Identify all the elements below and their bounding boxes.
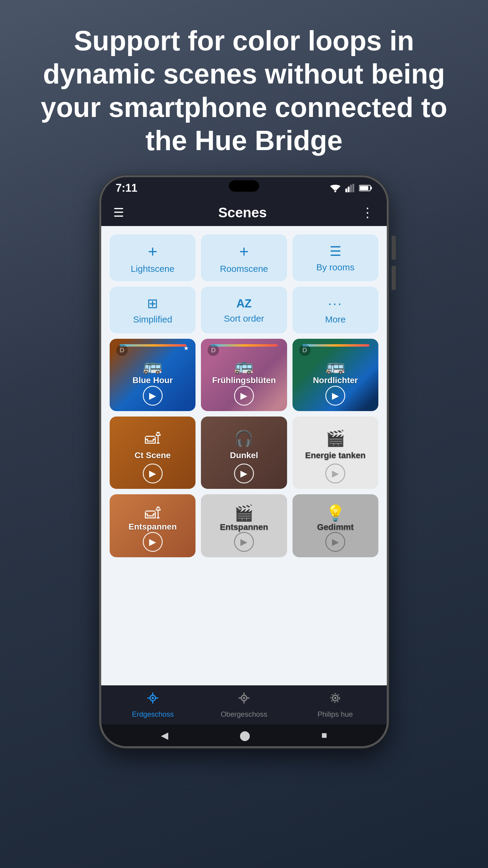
scene-energie[interactable]: 🎬 Energie tanken ▶ — [293, 416, 378, 489]
nav-philips-hue[interactable]: Philips hue — [290, 691, 381, 718]
signal-icon — [345, 184, 355, 192]
play-btn-fruehlings[interactable]: ▶ — [234, 386, 254, 406]
scene-bar-fruehlings — [211, 344, 278, 347]
system-nav-bar: ◀ ⬤ ■ — [101, 724, 387, 746]
svg-point-0 — [334, 190, 336, 192]
sort-order-tile[interactable]: AZ Sort order — [201, 287, 287, 333]
more-tile[interactable]: ··· More — [293, 287, 378, 333]
svg-rect-4 — [352, 184, 354, 192]
scene-icon-fruehlings: 🚌 — [234, 356, 254, 375]
scene-name-blue-hour: Blue Hour — [133, 375, 173, 385]
obergeschoss-icon — [237, 691, 251, 708]
app-bar: ☰ Scenes ⋮ — [101, 199, 387, 226]
status-bar: 7:11 — [101, 177, 387, 199]
scene-blue-hour[interactable]: D ★ 🚌 Blue Hour ▶ — [110, 339, 195, 411]
scene-name-gedimmt: Gedimmt — [317, 522, 354, 532]
bottom-nav: Erdgeschoss Obergeschoss Philips hue — [101, 685, 387, 724]
svg-rect-1 — [345, 188, 347, 192]
scene-name-dunkel: Dunkel — [230, 451, 258, 460]
nav-erdgeschoss[interactable]: Erdgeschoss — [107, 691, 198, 718]
scene-name-entspannen-gray: Entspannen — [220, 522, 268, 532]
scene-row-3: 🛋 Entspannen ▶ 🎬 Entspannen ▶ 💡 Gedimmt … — [110, 494, 378, 557]
overflow-menu-icon[interactable]: ⋮ — [361, 205, 375, 220]
scene-name-entspannen-warm: Entspannen — [129, 522, 177, 532]
home-button[interactable]: ⬤ — [239, 730, 250, 741]
scene-name-nordlichter: Nordlichter — [313, 375, 358, 385]
dynamic-badge-fruehlings: D — [207, 344, 219, 356]
philips-hue-label: Philips hue — [318, 710, 353, 718]
scene-bar-nordlichter — [302, 344, 369, 347]
scene-icon-dunkel: 🎧 — [234, 429, 254, 447]
add-lightscene-tile[interactable]: + Lightscene — [110, 235, 195, 281]
back-button[interactable]: ◀ — [161, 730, 168, 741]
scene-icon-entspannen-gray: 🎬 — [234, 504, 254, 522]
obergeschoss-label: Obergeschoss — [221, 710, 267, 718]
scene-name-ct: Ct Scene — [135, 451, 171, 460]
scene-dunkel[interactable]: 🎧 Dunkel ▶ — [201, 416, 287, 489]
volume-down-button[interactable] — [392, 266, 396, 290]
scene-row-1: D ★ 🚌 Blue Hour ▶ D 🚌 Frühlingsblüten ▶ — [110, 339, 378, 411]
nav-obergeschoss[interactable]: Obergeschoss — [198, 691, 290, 718]
sort-order-icon: AZ — [236, 298, 252, 309]
scene-name-energie: Energie tanken — [305, 451, 366, 460]
erdgeschoss-label: Erdgeschoss — [132, 710, 174, 718]
play-btn-entspannen-warm[interactable]: ▶ — [143, 532, 163, 552]
battery-icon — [359, 184, 372, 192]
scene-entspannen-gray[interactable]: 🎬 Entspannen ▶ — [201, 494, 287, 557]
play-btn-energie[interactable]: ▶ — [325, 464, 345, 484]
by-rooms-tile[interactable]: ☰ By rooms — [293, 235, 378, 281]
svg-point-21 — [334, 697, 336, 699]
simplified-label: Simplified — [133, 314, 172, 324]
svg-rect-2 — [348, 187, 350, 192]
wifi-icon — [330, 184, 341, 192]
hamburger-icon[interactable]: ☰ — [113, 206, 124, 219]
scene-icon-entspannen-warm: 🛋 — [145, 504, 161, 522]
phone-shell: 7:11 — [99, 176, 389, 748]
scene-icon-energie: 🎬 — [326, 429, 345, 447]
scene-name-fruehlings: Frühlingsblüten — [212, 375, 276, 385]
play-btn-dunkel[interactable]: ▶ — [234, 464, 254, 484]
add-roomscene-tile[interactable]: + Roomscene — [201, 235, 287, 281]
play-btn-gedimmt[interactable]: ▶ — [325, 532, 345, 552]
simplified-icon: ⊞ — [147, 297, 158, 310]
recents-button[interactable]: ■ — [321, 730, 327, 741]
headline: Support for color loops in dynamic scene… — [0, 0, 488, 176]
add-lightscene-label: Lightscene — [131, 264, 174, 274]
svg-rect-7 — [360, 186, 368, 190]
scene-nordlichter[interactable]: D 🚌 Nordlichter ▶ — [293, 339, 378, 411]
status-time: 7:11 — [116, 182, 137, 194]
option-tiles-row: ⊞ Simplified AZ Sort order ··· More — [110, 287, 378, 333]
dynamic-badge-nordlichter: D — [299, 344, 311, 356]
content-area: + Lightscene + Roomscene ☰ By rooms ⊞ Si… — [101, 226, 387, 685]
sort-order-label: Sort order — [224, 313, 264, 324]
svg-rect-3 — [350, 185, 352, 192]
play-btn-entspannen-gray[interactable]: ▶ — [234, 532, 254, 552]
scene-gedimmt[interactable]: 💡 Gedimmt ▶ — [293, 494, 378, 557]
add-roomscene-label: Roomscene — [220, 264, 268, 274]
more-label: More — [325, 314, 346, 324]
scene-icon-ct: 🛋 — [145, 429, 161, 447]
scene-icon-nordlichter: 🚌 — [326, 356, 345, 375]
svg-point-9 — [152, 697, 154, 699]
dynamic-badge-blue-hour: D — [116, 344, 128, 356]
star-icon-blue-hour: ★ — [184, 344, 189, 352]
play-btn-ct[interactable]: ▶ — [143, 464, 163, 484]
svg-point-15 — [243, 697, 245, 699]
scene-entspannen-warm[interactable]: 🛋 Entspannen ▶ — [110, 494, 195, 557]
phone-mockup: 7:11 — [96, 176, 392, 868]
add-lightscene-icon: + — [148, 243, 158, 259]
simplified-tile[interactable]: ⊞ Simplified — [110, 287, 195, 333]
scene-row-2: 🛋 Ct Scene ▶ 🎧 Dunkel ▶ 🎬 Energie tanken… — [110, 416, 378, 489]
scene-icon-gedimmt: 💡 — [326, 504, 345, 522]
play-btn-nordlichter[interactable]: ▶ — [325, 386, 345, 406]
scene-icon-blue-hour: 🚌 — [143, 356, 162, 375]
erdgeschoss-icon — [146, 691, 159, 708]
scene-ct-scene[interactable]: 🛋 Ct Scene ▶ — [110, 416, 195, 489]
action-tiles-row: + Lightscene + Roomscene ☰ By rooms — [110, 235, 378, 281]
add-roomscene-icon: + — [239, 243, 249, 259]
volume-up-button[interactable] — [392, 236, 396, 260]
play-btn-blue-hour[interactable]: ▶ — [143, 386, 163, 406]
app-title: Scenes — [133, 204, 352, 221]
scene-fruehlingsbluten[interactable]: D 🚌 Frühlingsblüten ▶ — [201, 339, 287, 411]
scene-bar-blue-hour — [120, 344, 187, 347]
